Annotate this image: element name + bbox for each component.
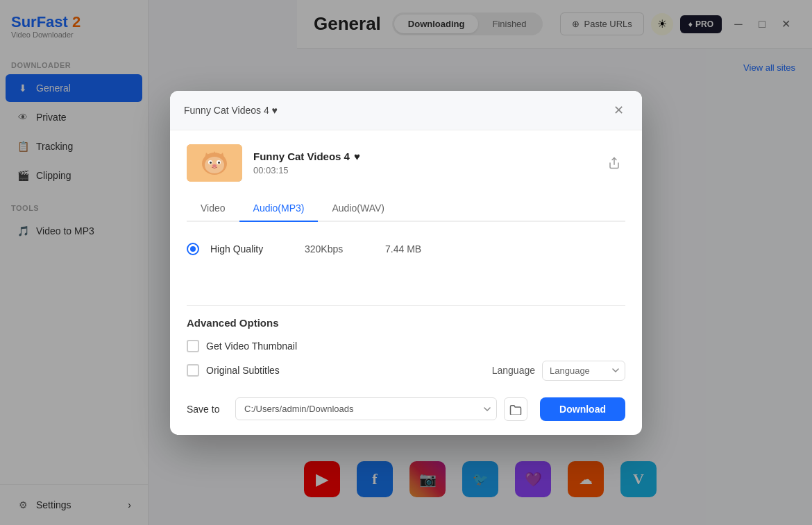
save-to-label: Save to — [187, 404, 228, 415]
quality-options: High Quality 320Kbps 7.44 MB — [187, 236, 625, 291]
tab-audio-mp3[interactable]: Audio(MP3) — [239, 196, 319, 222]
subtitles-option-row: Original Subtitles Language Language — [187, 361, 625, 381]
thumbnail-option-row: Get Video Thumbnail — [187, 340, 625, 352]
radio-high-quality[interactable] — [187, 243, 199, 255]
svg-point-5 — [210, 162, 212, 164]
quality-tabs: Video Audio(MP3) Audio(WAV) — [187, 196, 625, 222]
thumbnail-checkbox[interactable] — [187, 340, 199, 352]
video-thumbnail — [187, 144, 242, 182]
save-path-select[interactable]: C:/Users/admin/Downloads — [235, 397, 497, 420]
share-button[interactable] — [603, 152, 625, 174]
language-wrapper: Language Language — [492, 361, 625, 381]
modal-header: Funny Cat Videos 4 ♥ ✕ — [170, 91, 642, 130]
language-label: Language — [492, 365, 535, 376]
subtitles-label: Original Subtitles — [206, 365, 280, 376]
modal-title-label: Funny Cat Videos 4 ♥ — [184, 105, 278, 116]
tab-audio-wav[interactable]: Audio(WAV) — [318, 196, 398, 222]
folder-browse-button[interactable] — [504, 397, 527, 421]
tab-video[interactable]: Video — [187, 196, 239, 222]
video-duration: 00:03:15 — [253, 165, 592, 175]
video-name: Funny Cat Videos 4 ♥ — [253, 150, 592, 162]
svg-point-7 — [212, 164, 217, 167]
heart-icon: ♥ — [354, 150, 360, 162]
thumbnail-label: Get Video Thumbnail — [206, 341, 297, 352]
video-title: Funny Cat Videos 4 — [253, 150, 350, 162]
advanced-options-heading: Advanced Options — [187, 317, 625, 329]
modal: Funny Cat Videos 4 ♥ ✕ — [170, 91, 642, 435]
quality-option-high: High Quality 320Kbps 7.44 MB — [187, 236, 625, 262]
video-meta: Funny Cat Videos 4 ♥ 00:03:15 — [253, 150, 592, 175]
quality-size-high: 7.44 MB — [385, 243, 421, 255]
subtitles-checkbox[interactable] — [187, 364, 199, 377]
quality-bitrate-high: 320Kbps — [305, 243, 374, 255]
quality-name-high: High Quality — [210, 243, 294, 255]
video-info-row: Funny Cat Videos 4 ♥ 00:03:15 — [187, 144, 625, 182]
modal-close-button[interactable]: ✕ — [609, 101, 628, 120]
divider-1 — [187, 305, 625, 306]
modal-overlay: Funny Cat Videos 4 ♥ ✕ — [0, 0, 812, 525]
modal-title-text: Funny Cat Videos 4 ♥ — [184, 105, 278, 116]
svg-point-6 — [218, 162, 220, 164]
modal-body: Funny Cat Videos 4 ♥ 00:03:15 Video Audi… — [170, 130, 642, 435]
download-button[interactable]: Download — [540, 397, 625, 421]
save-to-row: Save to C:/Users/admin/Downloads Downloa… — [187, 397, 625, 421]
language-select[interactable]: Language — [542, 361, 625, 381]
